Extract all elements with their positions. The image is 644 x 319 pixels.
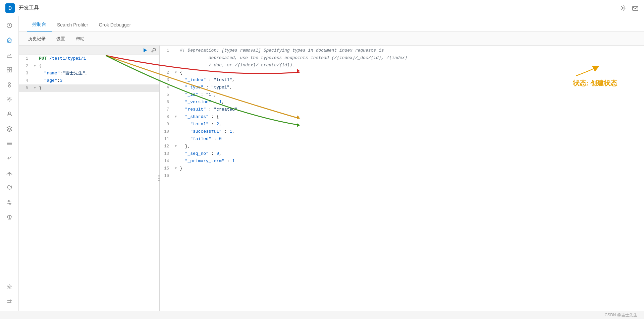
svg-rect-7 bbox=[10, 70, 12, 72]
sidebar-item-settings-bottom[interactable] bbox=[3, 280, 16, 294]
content-area: 控制台 Search Profiler Grok Debugger 历史记录 设… bbox=[19, 16, 644, 311]
sidebar-item-home[interactable] bbox=[3, 34, 16, 47]
sidebar-item-signal[interactable] bbox=[3, 166, 16, 180]
tab-bar: 控制台 Search Profiler Grok Debugger bbox=[19, 16, 644, 32]
code-line-5: 5 ▼ } bbox=[19, 84, 159, 92]
sidebar-item-layers[interactable] bbox=[3, 122, 16, 135]
tab-grok-debugger[interactable]: Grok Debugger bbox=[94, 18, 137, 32]
svg-rect-1 bbox=[633, 6, 638, 10]
code-line-2: 2 ▼ { bbox=[19, 62, 159, 70]
code-line-1: 1 PUT /test1/type1/1 bbox=[19, 55, 159, 62]
right-line-15: 15 ▼ } bbox=[160, 165, 644, 172]
right-line-1: 1 #! Deprecation: [types removal] Specif… bbox=[160, 47, 644, 54]
footer: CSDN @吉士先生 bbox=[0, 311, 644, 319]
sidebar bbox=[0, 16, 19, 311]
toolbar-settings[interactable]: 设置 bbox=[54, 35, 68, 43]
right-line-13: 13 "_seq_no" : 0, bbox=[160, 150, 644, 157]
svg-point-13 bbox=[9, 175, 10, 175]
svg-rect-3 bbox=[9, 41, 10, 42]
sidebar-item-chart[interactable] bbox=[3, 48, 16, 62]
sidebar-item-arrow[interactable] bbox=[3, 295, 16, 308]
sidebar-item-gear[interactable] bbox=[3, 92, 16, 106]
sidebar-item-hook[interactable] bbox=[3, 151, 16, 165]
right-line-7: 7 "result" : "created", bbox=[160, 106, 644, 113]
settings-icon[interactable] bbox=[620, 5, 627, 11]
right-line-5: 5 "_id" : "1", bbox=[160, 91, 644, 99]
sidebar-item-diamond[interactable] bbox=[3, 78, 16, 91]
top-bar-actions bbox=[620, 5, 639, 11]
tab-console[interactable]: 控制台 bbox=[27, 17, 52, 32]
svg-point-9 bbox=[8, 112, 10, 114]
tab-search-profiler[interactable]: Search Profiler bbox=[52, 18, 94, 32]
app-title: 开发工具 bbox=[19, 5, 39, 11]
sidebar-item-brain[interactable] bbox=[3, 210, 16, 224]
main-layout: 控制台 Search Profiler Grok Debugger 历史记录 设… bbox=[0, 16, 644, 311]
editor-container: 1 PUT /test1/type1/1 2 ▼ { 3 "name bbox=[19, 46, 644, 311]
sidebar-item-tune[interactable] bbox=[3, 196, 16, 209]
top-bar: D 开发工具 bbox=[0, 0, 644, 16]
left-panel-actions bbox=[142, 47, 157, 53]
sidebar-item-refresh[interactable] bbox=[3, 181, 16, 194]
right-line-3: 3 "_index" : "test1", bbox=[160, 76, 644, 84]
right-line-11: 11 "failed" : 0 bbox=[160, 135, 644, 143]
svg-point-15 bbox=[8, 200, 9, 202]
svg-point-0 bbox=[622, 7, 624, 9]
logo: D bbox=[5, 3, 15, 13]
footer-credit: CSDN @吉士先生 bbox=[604, 312, 637, 318]
svg-rect-6 bbox=[7, 70, 9, 72]
toolbar: 历史记录 设置 帮助 bbox=[19, 32, 644, 46]
mail-icon[interactable] bbox=[632, 5, 639, 11]
right-line-8: 8 ▼ "_shards" : { bbox=[160, 113, 644, 121]
right-line-10: 10 "successful" : 1, bbox=[160, 128, 644, 135]
right-code-editor: 1 #! Deprecation: [types removal] Specif… bbox=[160, 46, 644, 311]
svg-rect-4 bbox=[7, 67, 9, 69]
right-line-9: 9 "total" : 2, bbox=[160, 121, 644, 128]
right-line-1b: deprecated, use the typeless endpoints i… bbox=[160, 54, 644, 62]
svg-point-8 bbox=[8, 99, 10, 100]
wrench-icon[interactable] bbox=[151, 47, 157, 53]
toolbar-history[interactable]: 历史记录 bbox=[25, 35, 48, 43]
sidebar-item-user[interactable] bbox=[3, 107, 16, 121]
sidebar-item-stack[interactable] bbox=[3, 137, 16, 150]
toolbar-help[interactable]: 帮助 bbox=[73, 35, 87, 43]
left-code-editor[interactable]: 1 PUT /test1/type1/1 2 ▼ { 3 "name bbox=[19, 55, 159, 311]
right-line-1c: /_doc, or /{index}/_create/{id}). bbox=[160, 62, 644, 69]
code-line-4: 4 "age":3 bbox=[19, 77, 159, 84]
right-line-4: 4 "_type" : "type1", bbox=[160, 84, 644, 91]
right-line-6: 6 "_version" : 1, bbox=[160, 99, 644, 106]
sidebar-item-clock[interactable] bbox=[3, 19, 16, 32]
left-panel-header bbox=[19, 46, 159, 55]
svg-marker-22 bbox=[144, 48, 147, 52]
right-line-2: 2 ▼ { bbox=[160, 69, 644, 76]
right-line-14: 14 "_primary_term" : 1 bbox=[160, 157, 644, 165]
right-line-12: 12 ▼ }, bbox=[160, 143, 644, 150]
svg-point-17 bbox=[9, 203, 11, 204]
right-panel: 1 #! Deprecation: [types removal] Specif… bbox=[160, 46, 644, 311]
code-line-3: 3 "name":"吉士先生", bbox=[19, 70, 159, 77]
play-icon[interactable] bbox=[142, 47, 148, 53]
left-panel: 1 PUT /test1/type1/1 2 ▼ { 3 "name bbox=[19, 46, 160, 311]
svg-rect-5 bbox=[10, 67, 12, 69]
sidebar-item-grid[interactable] bbox=[3, 63, 16, 76]
right-line-16: 16 bbox=[160, 172, 644, 180]
svg-point-19 bbox=[8, 286, 10, 288]
